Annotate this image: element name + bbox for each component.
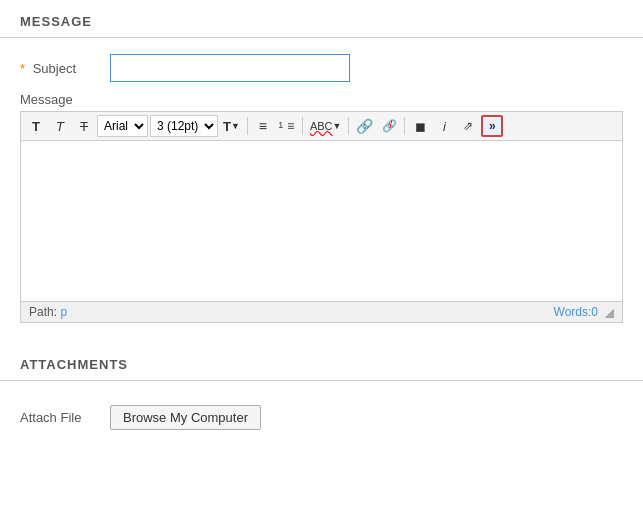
ordered-list-button[interactable]: 1 ≡ xyxy=(276,115,298,137)
remove-link-button[interactable]: 🔗 / xyxy=(378,115,400,137)
browse-computer-button[interactable]: Browse My Computer xyxy=(110,405,261,430)
message-header-text: MESSAGE xyxy=(20,14,92,29)
insert-image-button[interactable]: ◼ xyxy=(409,115,431,137)
toolbar-separator-2 xyxy=(302,117,303,135)
path-label: Path: xyxy=(29,305,57,319)
font-color-button[interactable]: T ▼ xyxy=(220,115,243,137)
subject-label: * Subject xyxy=(20,61,110,76)
editor-toolbar: T T T Arial 3 (12pt) T ▼ ≡ 1 ≡ xyxy=(21,112,622,141)
unordered-list-button[interactable]: ≡ xyxy=(252,115,274,137)
message-label-text: Message xyxy=(20,92,73,107)
font-size-select[interactable]: 3 (12pt) xyxy=(150,115,218,137)
toolbar-separator-1 xyxy=(247,117,248,135)
attachments-section-header: ATTACHMENTS xyxy=(0,343,643,381)
editor-path: Path: p xyxy=(29,305,67,319)
words-count-label: Words:0 xyxy=(554,305,598,319)
attachments-section: ATTACHMENTS Attach File Browse My Comput… xyxy=(0,343,643,438)
subject-row: * Subject xyxy=(20,54,623,82)
attach-file-row: Attach File Browse My Computer xyxy=(0,397,643,438)
italic-format-button[interactable]: i xyxy=(433,115,455,137)
toolbar-separator-3 xyxy=(348,117,349,135)
bold-button[interactable]: T xyxy=(25,115,47,137)
strikethrough-button[interactable]: T xyxy=(73,115,95,137)
fullscreen-button[interactable]: ⇗ xyxy=(457,115,479,137)
expand-toolbar-button[interactable]: » xyxy=(481,115,503,137)
editor-body[interactable] xyxy=(21,141,622,301)
italic-button[interactable]: T xyxy=(49,115,71,137)
resize-handle[interactable] xyxy=(602,306,614,318)
spellcheck-button[interactable]: ABC ▼ xyxy=(307,115,345,137)
font-family-select[interactable]: Arial xyxy=(97,115,148,137)
editor-footer: Path: p Words:0 xyxy=(21,301,622,322)
message-label: Message xyxy=(0,92,643,107)
subject-label-text: Subject xyxy=(33,61,76,76)
editor-container: T T T Arial 3 (12pt) T ▼ ≡ 1 ≡ xyxy=(20,111,623,323)
subject-input[interactable] xyxy=(110,54,350,82)
attach-file-label: Attach File xyxy=(20,410,110,425)
attachments-header-text: ATTACHMENTS xyxy=(20,357,128,372)
path-value: p xyxy=(60,305,67,319)
insert-link-button[interactable]: 🔗 xyxy=(353,115,376,137)
toolbar-separator-4 xyxy=(404,117,405,135)
message-section-header: MESSAGE xyxy=(0,0,643,38)
required-star: * xyxy=(20,61,25,76)
words-label: Words:0 xyxy=(554,305,598,319)
